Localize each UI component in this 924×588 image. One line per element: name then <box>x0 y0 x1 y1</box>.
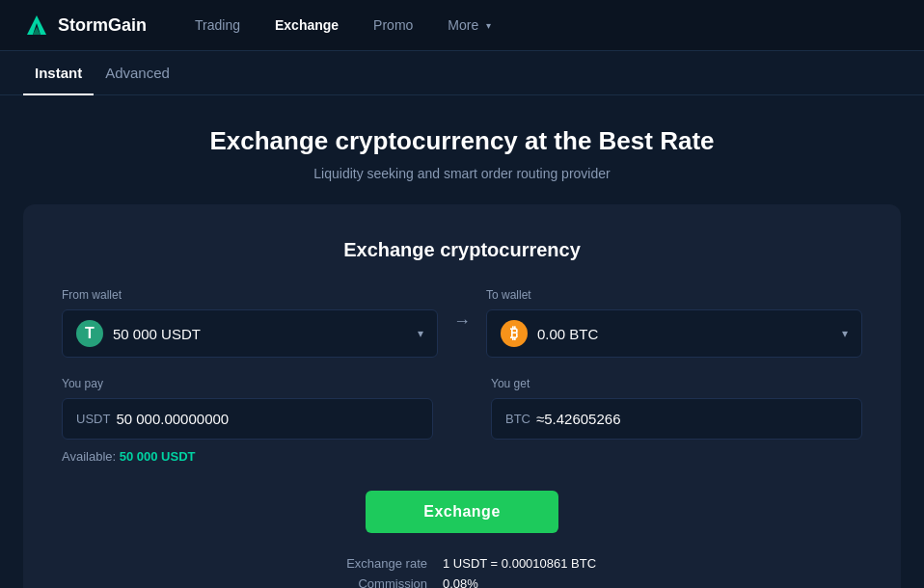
rate-label: Exchange rate <box>288 556 443 571</box>
btc-coin-icon: ₿ <box>501 320 528 347</box>
you-get-section: You get BTC ≈5.42605266 <box>491 377 862 440</box>
exchange-card: Exchange cryptocurrency From wallet T 50… <box>23 204 901 588</box>
you-pay-section: You pay USDT 50 000.00000000 Available: … <box>62 377 433 464</box>
you-get-prefix: BTC <box>505 412 530 426</box>
nav-trading[interactable]: Trading <box>177 0 258 51</box>
hero-subtitle: Liquidity seeking and smart order routin… <box>23 166 901 181</box>
tab-advanced[interactable]: Advanced <box>94 51 181 95</box>
sub-nav: Instant Advanced <box>0 51 924 95</box>
wallet-row: From wallet T 50 000 USDT ▾ → To wallet … <box>62 288 862 358</box>
to-wallet-chevron: ▾ <box>842 327 848 340</box>
hero-title: Exchange cryptocurrency at the Best Rate <box>23 126 901 156</box>
to-wallet-section: To wallet ₿ 0.00 BTC ▾ <box>486 288 862 358</box>
chevron-down-icon: ▾ <box>486 20 491 31</box>
hero-section: Exchange cryptocurrency at the Best Rate… <box>0 95 924 204</box>
to-wallet-label: To wallet <box>486 288 862 302</box>
you-get-label: You get <box>491 377 862 390</box>
to-wallet-name: 0.00 BTC <box>537 326 832 342</box>
commission-row: Commission 0.08% <box>62 576 862 588</box>
you-get-input: BTC ≈5.42605266 <box>491 398 862 440</box>
exchange-button[interactable]: Exchange <box>366 491 558 533</box>
you-pay-prefix: USDT <box>76 412 110 426</box>
logo-text: StormGain <box>58 15 147 36</box>
from-wallet-label: From wallet <box>62 288 438 302</box>
you-pay-label: You pay <box>62 377 433 390</box>
input-row: You pay USDT 50 000.00000000 Available: … <box>62 377 862 464</box>
nav-promo[interactable]: Promo <box>356 0 430 51</box>
available-amount: 50 000 USDT <box>120 449 196 464</box>
rate-info: Exchange rate 1 USDT = 0.00010861 BTC Co… <box>62 556 862 588</box>
you-pay-input[interactable]: USDT 50 000.00000000 <box>62 398 433 440</box>
commission-value: 0.08% <box>443 576 636 588</box>
available-label: Available: <box>62 449 120 464</box>
you-get-value: ≈5.42605266 <box>536 411 620 427</box>
available-row: Available: 50 000 USDT <box>62 449 433 464</box>
from-wallet-name: 50 000 USDT <box>113 326 408 342</box>
nav-links: Trading Exchange Promo More ▾ <box>177 0 901 51</box>
to-wallet-select[interactable]: ₿ 0.00 BTC ▾ <box>486 309 862 358</box>
nav-more[interactable]: More ▾ <box>430 0 508 51</box>
logo-icon <box>23 12 50 39</box>
swap-arrow-section: → <box>438 311 486 332</box>
card-title: Exchange cryptocurrency <box>62 239 862 261</box>
from-wallet-chevron: ▾ <box>418 327 423 340</box>
rate-value: 1 USDT = 0.00010861 BTC <box>443 556 636 571</box>
tab-instant[interactable]: Instant <box>23 51 94 95</box>
commission-label: Commission <box>288 576 443 588</box>
navbar: StormGain Trading Exchange Promo More ▾ <box>0 0 924 51</box>
nav-exchange[interactable]: Exchange <box>258 0 356 51</box>
usdt-coin-icon: T <box>76 320 103 347</box>
exchange-btn-row: Exchange <box>62 491 862 533</box>
rate-row: Exchange rate 1 USDT = 0.00010861 BTC <box>62 556 862 571</box>
logo[interactable]: StormGain <box>23 12 147 39</box>
from-wallet-section: From wallet T 50 000 USDT ▾ <box>62 288 438 358</box>
swap-arrow-icon: → <box>453 311 471 332</box>
from-wallet-select[interactable]: T 50 000 USDT ▾ <box>62 309 438 358</box>
you-pay-value: 50 000.00000000 <box>116 411 229 427</box>
